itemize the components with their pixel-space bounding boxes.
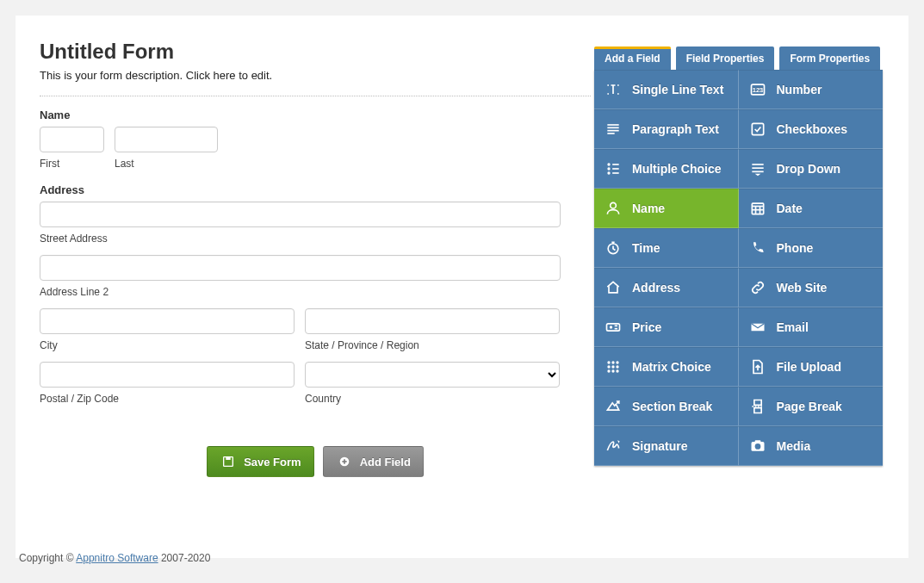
footer-link[interactable]: Appnitro Software <box>76 552 158 564</box>
palette-time[interactable]: Time <box>594 228 739 268</box>
palette-date[interactable]: Date <box>739 189 884 228</box>
palette-price[interactable]: Price <box>594 307 739 347</box>
palette-name[interactable]: Name <box>594 189 739 228</box>
country-select[interactable] <box>305 362 560 388</box>
add-field-button[interactable]: Add Field <box>323 446 424 477</box>
palette-label: Checkboxes <box>777 122 847 136</box>
svg-point-43 <box>754 443 760 450</box>
phone-icon <box>749 239 766 257</box>
palette-media[interactable]: Media <box>739 426 884 466</box>
palette-label: Web Site <box>777 281 828 295</box>
svg-point-29 <box>610 326 612 328</box>
palette-label: Section Break <box>632 400 712 413</box>
plus-circle-icon <box>336 453 353 470</box>
palette-label: Media <box>777 439 811 453</box>
first-name-input[interactable] <box>40 127 104 152</box>
svg-point-37 <box>616 365 618 368</box>
form-title[interactable]: Untitled Form <box>40 40 591 64</box>
palette-label: Name <box>632 202 665 215</box>
add-field-label: Add Field <box>360 456 411 468</box>
drop-down-icon <box>749 160 766 177</box>
svg-point-39 <box>611 369 614 372</box>
palette-address[interactable]: Address <box>594 268 739 307</box>
tab-form-properties[interactable]: Form Properties <box>779 47 880 70</box>
svg-point-36 <box>611 365 614 368</box>
single-line-text-icon <box>605 81 622 98</box>
save-form-label: Save Form <box>244 456 301 468</box>
palette-file-upload[interactable]: File Upload <box>739 347 884 387</box>
svg-point-33 <box>611 361 614 363</box>
palette-phone[interactable]: Phone <box>739 228 884 268</box>
palette-label: Phone <box>777 241 814 255</box>
field-address: Address Street Address Address Line 2 Ci… <box>40 183 591 405</box>
svg-text:123: 123 <box>752 86 763 94</box>
palette-section-break[interactable]: Section Break <box>594 387 739 426</box>
palette-label: Multiple Choice <box>632 162 721 176</box>
first-name-sublabel: First <box>40 158 104 170</box>
address-icon <box>605 279 622 296</box>
name-label: Name <box>40 109 591 121</box>
palette-label: Time <box>632 241 660 255</box>
palette-paragraph-text[interactable]: Paragraph Text <box>594 109 739 149</box>
form-canvas: Untitled Form This is your form descript… <box>40 40 591 534</box>
form-description[interactable]: This is your form description. Click her… <box>40 69 591 96</box>
palette-single-line-text[interactable]: Single Line Text <box>594 70 739 109</box>
file-upload-icon <box>749 358 766 375</box>
field-name: Name First Last <box>40 109 591 170</box>
street-address-input[interactable] <box>40 202 561 227</box>
signature-icon <box>605 437 622 455</box>
matrix-choice-icon <box>605 358 622 375</box>
svg-rect-11 <box>752 123 763 134</box>
svg-point-35 <box>607 365 610 368</box>
postal-input[interactable] <box>40 362 295 388</box>
section-break-icon <box>605 398 622 415</box>
last-name-input[interactable] <box>115 127 218 152</box>
date-icon <box>749 200 766 217</box>
paragraph-text-icon <box>605 121 622 138</box>
save-form-button[interactable]: Save Form <box>207 446 313 477</box>
palette-label: Single Line Text <box>632 83 723 96</box>
palette-label: Drop Down <box>777 162 841 176</box>
country-sublabel: Country <box>305 393 560 405</box>
palette-matrix-choice[interactable]: Matrix Choice <box>594 347 739 387</box>
last-name-sublabel: Last <box>115 158 218 170</box>
svg-point-32 <box>607 361 610 363</box>
palette-email[interactable]: Email <box>739 307 884 347</box>
postal-sublabel: Postal / Zip Code <box>40 393 295 405</box>
tab-add-field[interactable]: Add a Field <box>594 47 671 70</box>
palette-label: File Upload <box>777 360 841 374</box>
address-line2-input[interactable] <box>40 255 561 281</box>
palette-page-break[interactable]: Page Break <box>739 387 884 426</box>
city-input[interactable] <box>40 308 295 334</box>
palette-label: Address <box>632 281 680 295</box>
price-icon <box>605 319 622 336</box>
media-icon <box>749 437 766 455</box>
save-icon <box>220 453 237 470</box>
palette-label: Price <box>632 320 661 334</box>
panel-tabs: Add a Field Field Properties Form Proper… <box>594 47 883 70</box>
svg-point-16 <box>607 171 610 174</box>
tab-field-properties[interactable]: Field Properties <box>676 47 775 70</box>
palette-web-site[interactable]: Web Site <box>739 268 884 307</box>
name-icon <box>605 200 622 217</box>
street-address-sublabel: Street Address <box>40 233 561 245</box>
palette-label: Signature <box>632 439 688 453</box>
svg-rect-1 <box>226 457 230 460</box>
time-icon <box>605 239 622 257</box>
palette-number[interactable]: 123Number <box>739 70 884 109</box>
state-input[interactable] <box>305 308 560 334</box>
palette-multiple-choice[interactable]: Multiple Choice <box>594 149 739 189</box>
footer-suffix: 2007-2020 <box>158 552 211 564</box>
palette-label: Date <box>777 202 803 215</box>
city-sublabel: City <box>40 339 295 351</box>
checkboxes-icon <box>749 121 766 138</box>
palette-signature[interactable]: Signature <box>594 426 739 466</box>
palette-checkboxes[interactable]: Checkboxes <box>739 109 884 149</box>
right-panel: Add a Field Field Properties Form Proper… <box>594 47 883 466</box>
address-line2-sublabel: Address Line 2 <box>40 286 561 298</box>
svg-point-14 <box>607 167 610 170</box>
svg-point-12 <box>607 163 610 165</box>
svg-point-21 <box>611 202 617 208</box>
palette-drop-down[interactable]: Drop Down <box>739 149 884 189</box>
palette-label: Page Break <box>777 400 842 413</box>
